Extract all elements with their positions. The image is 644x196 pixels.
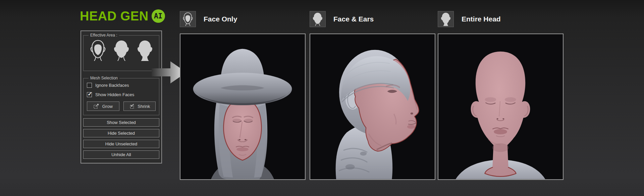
preview-header-entire-head: Entire Head	[438, 11, 501, 27]
face-ears-render-image	[310, 34, 435, 179]
mesh-selection-group: Mesh Selection ✓ Ignore Backfaces ✓ Show…	[83, 76, 159, 115]
preview-header-face-ears: Face & Ears	[310, 11, 374, 27]
face-only-icon	[182, 12, 194, 26]
shrink-button[interactable]: Shrink	[123, 102, 156, 111]
app-title: HEAD GEN	[80, 10, 149, 22]
face-ears-icon	[312, 12, 323, 26]
grow-button[interactable]: Grow	[87, 102, 119, 111]
checkbox-box[interactable]: ✓	[87, 92, 92, 97]
checkbox-ignore-backfaces[interactable]: ✓ Ignore Backfaces	[87, 83, 156, 88]
effective-area-label: Effective Area :	[89, 33, 119, 38]
hide-selected-button[interactable]: Hide Selected	[83, 129, 159, 137]
app-root: HEAD GEN AI Effective Area : Mesh Select…	[0, 0, 644, 196]
brand: HEAD GEN AI	[80, 9, 165, 23]
face-only-tile	[180, 11, 196, 27]
preview-title: Entire Head	[462, 15, 501, 23]
preview-title: Face & Ears	[333, 15, 374, 23]
entire-head-option-icon[interactable]	[136, 40, 154, 62]
render-face-only	[180, 34, 306, 180]
effective-area-group: Effective Area :	[83, 33, 159, 71]
checkbox-show-hidden-faces[interactable]: ✓ Show Hidden Faces	[87, 92, 156, 97]
entire-head-tile	[438, 11, 454, 27]
checkbox-label: Ignore Backfaces	[95, 83, 129, 88]
grow-shrink-row: Grow Shrink	[87, 102, 156, 111]
render-entire-head	[438, 34, 564, 180]
grow-icon	[94, 104, 99, 109]
checkbox-label: Show Hidden Faces	[95, 92, 134, 97]
face-only-render-image	[180, 34, 305, 179]
face-only-option-icon[interactable]	[89, 40, 107, 62]
shrink-label: Shrink	[138, 104, 150, 109]
unhide-all-button[interactable]: Unhide All	[83, 150, 159, 159]
checkbox-box[interactable]: ✓	[87, 83, 92, 88]
face-ears-tile	[310, 11, 326, 27]
ai-badge: AI	[152, 9, 165, 23]
hide-unselected-button[interactable]: Hide Unselected	[83, 140, 159, 148]
effective-area-options	[86, 38, 156, 62]
grow-label: Grow	[102, 104, 113, 109]
preview-title: Face Only	[204, 15, 237, 23]
render-face-ears	[310, 34, 435, 180]
mesh-selection-label: Mesh Selection	[89, 76, 119, 80]
control-panel: Effective Area : Mesh Selection ✓ Ignore…	[80, 30, 162, 164]
entire-head-render-image	[438, 34, 563, 179]
show-selected-button[interactable]: Show Selected	[83, 118, 159, 127]
preview-header-face-only: Face Only	[180, 11, 237, 27]
shrink-icon	[129, 104, 135, 109]
face-ears-option-icon[interactable]	[112, 40, 130, 62]
check-icon: ✓	[88, 90, 92, 97]
entire-head-icon	[440, 12, 451, 26]
